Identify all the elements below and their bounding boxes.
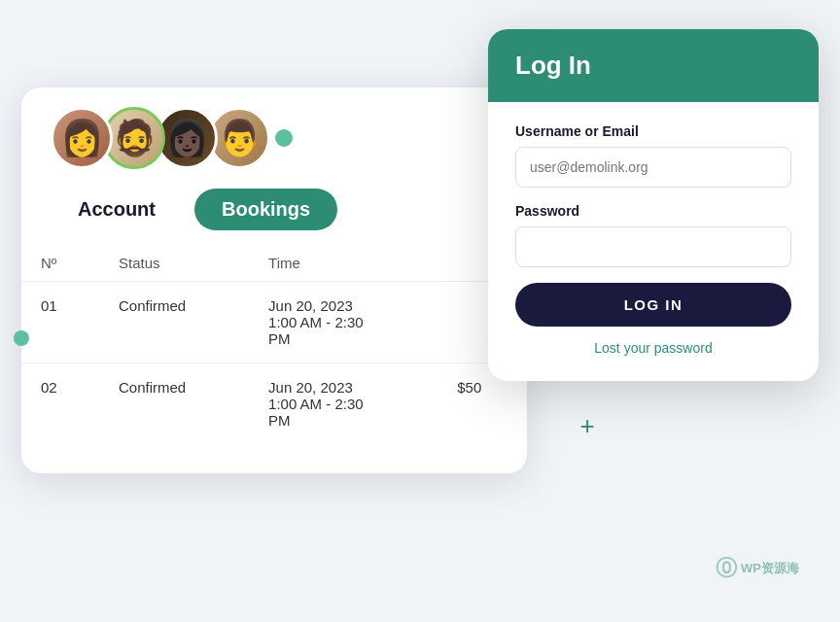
add-button[interactable]: + — [570, 408, 605, 443]
table-row: 02 Confirmed Jun 20, 20231:00 AM - 2:30P… — [21, 363, 527, 445]
row2-time: Jun 20, 20231:00 AM - 2:30PM — [249, 363, 438, 445]
row1-status: Confirmed — [99, 282, 249, 363]
username-input[interactable] — [515, 147, 791, 188]
tab-account[interactable]: Account — [51, 189, 183, 230]
login-card: Log In Username or Email Password ······… — [488, 29, 819, 381]
forgot-password-link[interactable]: Lost your password — [515, 340, 791, 356]
table-row: 01 Confirmed Jun 20, 20231:00 AM - 2:30P… — [21, 282, 527, 363]
username-label: Username or Email — [515, 123, 791, 139]
col-header-number: Nº — [21, 245, 99, 282]
bookings-card: 👩 🧔 👩🏿 👨 Account Bookings Nº Status — [21, 87, 527, 473]
watermark-text: WP资源海 — [741, 560, 799, 577]
col-header-status: Status — [99, 245, 249, 282]
password-input[interactable]: ············ — [515, 226, 791, 267]
wp-logo-icon: ⓪ — [716, 554, 737, 583]
row2-number: 02 — [21, 363, 99, 445]
login-button[interactable]: LOG IN — [515, 283, 791, 327]
password-label: Password — [515, 203, 791, 219]
tabs-row: Account Bookings — [21, 184, 527, 245]
bookings-table: Nº Status Time 01 Confirmed Jun 20, 2023… — [21, 245, 527, 444]
login-title: Log In — [515, 51, 791, 81]
row1-number: 01 — [21, 282, 99, 363]
avatar-1: 👩 — [51, 107, 113, 169]
online-dot — [275, 129, 293, 147]
col-header-time: Time — [249, 245, 438, 282]
avatars-row: 👩 🧔 👩🏿 👨 — [21, 87, 527, 184]
teal-indicator-dot — [14, 330, 29, 346]
login-header: Log In — [488, 29, 819, 102]
wp-watermark: ⓪ WP资源海 — [716, 554, 799, 583]
row1-time: Jun 20, 20231:00 AM - 2:30PM — [249, 282, 438, 363]
login-body: Username or Email Password ············ … — [488, 102, 819, 381]
row2-status: Confirmed — [99, 363, 249, 445]
tab-bookings[interactable]: Bookings — [194, 189, 337, 230]
